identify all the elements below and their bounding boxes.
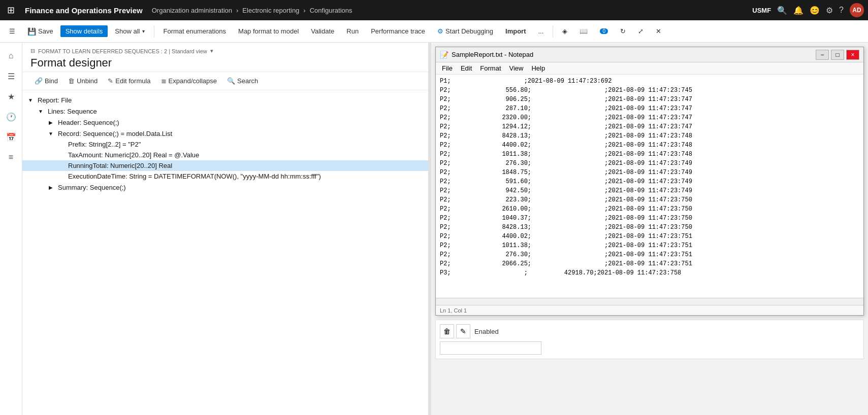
breadcrumb: Organization administration › Electronic… [150,7,750,14]
edit-button[interactable]: ✎ [456,324,470,338]
refresh-icon-btn[interactable]: ↻ [615,25,631,37]
tree-expander-8[interactable]: ▶ [47,183,55,191]
tree-item[interactable]: ▶Header: Sequence(;) [22,117,428,128]
start-debugging-button[interactable]: ⚙ Start Debugging [432,25,498,37]
tree-item[interactable]: ▶Summary: Sequence(;) [22,182,428,193]
run-button[interactable]: Run [341,25,364,37]
expand-collapse-button[interactable]: ≣ Expand/collapse [157,75,221,87]
tree-expander-0[interactable]: ▼ [26,96,35,104]
notepad-controls: − □ × [816,50,859,60]
badge: 0 [600,28,608,34]
notepad-menu-file[interactable]: File [438,63,457,73]
show-all-dropdown-icon: ▾ [142,28,145,34]
sidebar-star-icon[interactable]: ★ [2,87,20,106]
notepad-maximize-button[interactable]: □ [831,50,844,60]
tree-item[interactable]: ▼Report: File [22,94,428,106]
sidebar-calendar-icon[interactable]: 📅 [2,128,20,146]
save-button[interactable]: 💾 Save [22,25,58,38]
breadcrumb-config[interactable]: Configurations [310,7,352,14]
notepad-menu-help[interactable]: Help [527,63,549,73]
app-title: Finance and Operations Preview [21,6,147,15]
format-enumerations-button[interactable]: Format enumerations [158,25,232,37]
dropdown-chevron[interactable]: ▾ [210,48,213,54]
notepad-menu-format[interactable]: Format [476,63,505,73]
bottom-panel: 🗑 ✎ Enabled [435,320,864,359]
hamburger-icon: ☰ [9,27,15,35]
breadcrumb-org[interactable]: Organization administration [152,7,232,14]
show-details-button[interactable]: Show details [60,25,108,37]
topbar: ⊞ Finance and Operations Preview Organiz… [0,0,868,20]
refresh-icon: ↻ [620,27,626,35]
designer-breadcrumb: ⊟ FORMAT TO LEARN DEFERRED SEQUENCES : 2… [30,48,420,54]
notepad-minimize-button[interactable]: − [816,50,829,60]
separator-1 [154,25,154,38]
enabled-input[interactable] [440,341,541,355]
book-icon: 📖 [580,27,588,35]
settings-icon[interactable]: ⚙ [826,6,833,15]
map-format-button[interactable]: Map format to model [233,25,304,37]
unbind-button[interactable]: 🗑 Unbind [64,75,102,87]
tree-label-0: Report: File [36,96,72,104]
notepad-close-button[interactable]: × [846,50,859,60]
expand-icon-btn[interactable]: ⤢ [633,25,649,37]
tree-item[interactable]: ▼Record: Sequence(;) = model.Data.List [22,128,428,139]
bind-button[interactable]: 🔗 Bind [30,75,62,87]
expand-icon: ⤢ [638,27,644,35]
delete-icon: 🗑 [68,77,75,85]
notepad-hscrollbar[interactable] [436,298,863,305]
breadcrumb-er[interactable]: Electronic reporting [242,7,299,14]
notepad-cursor-pos: Ln 1, Col 1 [440,307,467,314]
link-icon: 🔗 [35,77,43,85]
show-all-button[interactable]: Show all ▾ [110,25,149,37]
validate-button[interactable]: Validate [306,25,339,37]
tree-label-7: ExecutionDateTime: String = DATETIMEFORM… [66,172,321,180]
tree-item[interactable]: RunningTotal: Numeric[20..20] Real [22,160,428,171]
more-button[interactable]: ... [533,25,549,37]
notepad-menu-view[interactable]: View [505,63,528,73]
bottom-icons: 🗑 ✎ Enabled [440,324,859,338]
edit-formula-button[interactable]: ✎ Edit formula [104,75,154,87]
pencil-icon: ✎ [108,77,113,85]
apps-icon[interactable]: ⊞ [4,5,18,16]
hamburger-button[interactable]: ☰ [4,25,20,37]
tree-expander-2[interactable]: ▶ [47,118,55,126]
tree-expander-3[interactable]: ▼ [47,129,55,137]
import-button[interactable]: Import [500,25,531,37]
smiley-icon[interactable]: 😊 [810,6,820,15]
search-button[interactable]: 🔍 Search [223,75,262,87]
notepad-content[interactable]: P1; ;2021-08-09 11:47:23:692 P2; 556.80;… [436,75,863,298]
notepad-menu-edit[interactable]: Edit [457,63,476,73]
palette-icon-btn[interactable]: ◈ [557,25,572,37]
sidebar-home-icon[interactable]: ⌂ [2,47,20,65]
delete-button[interactable]: 🗑 [440,324,454,338]
tree-label-3: Record: Sequence(;) = model.Data.List [56,130,172,137]
tree-item[interactable]: Prefix: String[2..2] = "P2" [22,139,428,150]
badge-btn[interactable]: 0 [595,26,613,36]
notification-icon[interactable]: 🔔 [793,6,803,15]
enabled-label: Enabled [474,324,499,338]
tree-label-1: Lines: Sequence [46,108,97,115]
trash-icon: 🗑 [443,327,451,335]
edit-icon: ✎ [460,327,466,335]
book-icon-btn[interactable]: 📖 [574,25,593,37]
palette-icon: ◈ [562,27,567,35]
tree-expander-1[interactable]: ▼ [37,107,45,115]
main-toolbar: ☰ 💾 Save Show details Show all ▾ Format … [0,20,868,43]
tree-item[interactable]: TaxAmount: Numeric[20..20] Real = @.Valu… [22,150,428,160]
designer-header: ⊟ FORMAT TO LEARN DEFERRED SEQUENCES : 2… [22,43,428,72]
sidebar-filter-icon[interactable]: ☰ [2,67,20,85]
sidebar-clock-icon[interactable]: 🕐 [2,108,20,126]
separator-2 [553,25,553,38]
performance-trace-button[interactable]: Performance trace [366,25,430,37]
tree-item[interactable]: ▼Lines: Sequence [22,106,428,117]
close-icon-btn[interactable]: ✕ [651,25,666,37]
help-icon[interactable]: ? [839,6,844,15]
tree-item[interactable]: ExecutionDateTime: String = DATETIMEFORM… [22,171,428,182]
tree-label-2: Header: Sequence(;) [56,119,119,126]
search-icon[interactable]: 🔍 [777,6,787,15]
expand-icon: ≣ [161,77,167,85]
notepad-menubar: File Edit Format View Help [436,62,863,75]
avatar[interactable]: AD [850,3,864,17]
sidebar-list-icon[interactable]: ≡ [2,148,20,166]
main-area: ⌂ ☰ ★ 🕐 📅 ≡ ⊟ FORMAT TO LEARN DEFERRED S… [0,43,868,415]
